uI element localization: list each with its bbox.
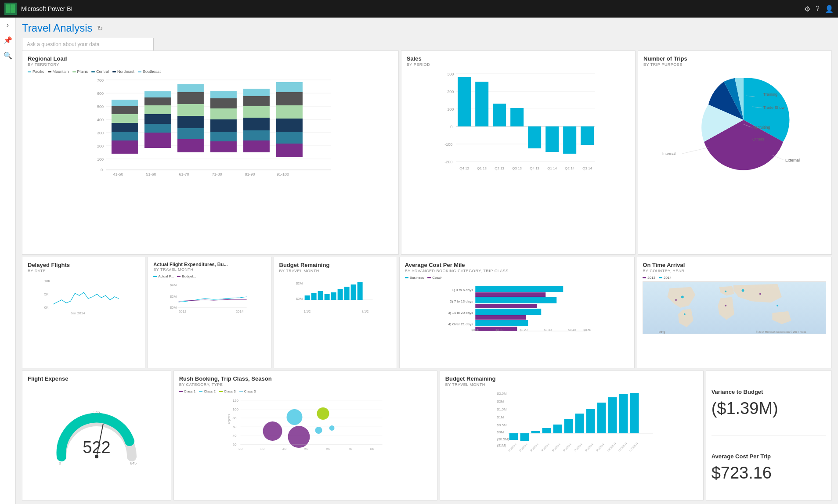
svg-rect-1: [11, 4, 15, 9]
svg-rect-3: [11, 9, 15, 13]
help-icon[interactable]: ?: [816, 5, 820, 13]
svg-rect-2: [6, 9, 11, 13]
topbar: Microsoft Power BI ⚙ ? 👤: [0, 0, 838, 18]
settings-icon[interactable]: ⚙: [804, 5, 810, 13]
user-icon[interactable]: 👤: [825, 5, 834, 13]
topbar-actions: ⚙ ? 👤: [804, 5, 834, 13]
app-logo: [4, 3, 17, 15]
svg-rect-0: [6, 4, 11, 9]
app-name: Microsoft Power BI: [21, 5, 804, 12]
